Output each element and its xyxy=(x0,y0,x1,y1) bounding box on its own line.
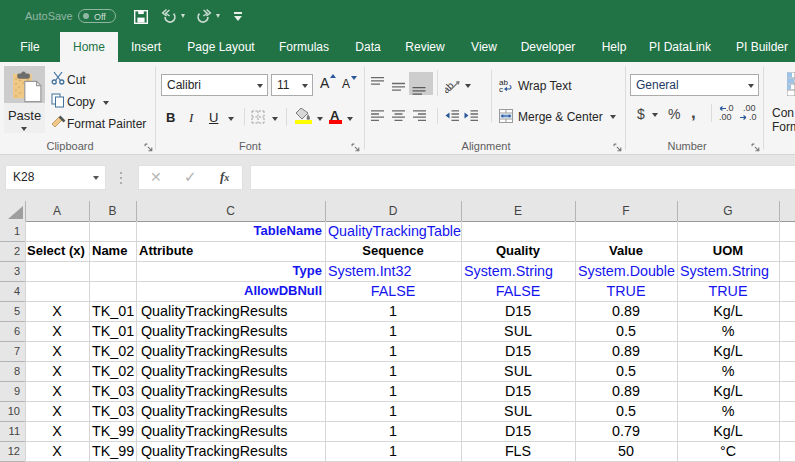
svg-text:c: c xyxy=(499,85,503,93)
